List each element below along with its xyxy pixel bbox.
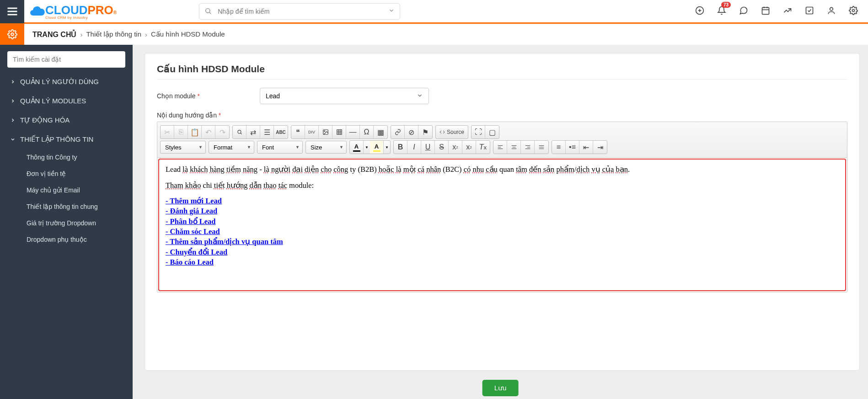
bell-icon[interactable]: 73	[717, 6, 726, 17]
svg-point-14	[852, 9, 855, 11]
config-card: Cấu hình HDSD Module Chọn module * Lead …	[145, 53, 860, 371]
sidebar-section[interactable]: QUẢN LÝ NGƯỜI DÙNG	[0, 72, 133, 91]
editor-link[interactable]: - Chăm sóc Lead	[166, 227, 220, 236]
chart-icon[interactable]	[783, 6, 792, 17]
align-center-icon[interactable]	[507, 141, 521, 154]
calendar-icon[interactable]	[761, 6, 770, 17]
global-search-input[interactable]	[199, 3, 400, 20]
editor-content[interactable]: Lead là khách hàng tiềm năng - là người …	[158, 159, 846, 291]
align-left-icon[interactable]	[493, 141, 507, 154]
svg-rect-8	[762, 7, 769, 14]
indent-icon[interactable]: ⇥	[593, 141, 607, 154]
align-right-icon[interactable]	[521, 141, 535, 154]
superscript-icon[interactable]: x2	[462, 141, 476, 154]
svg-line-4	[209, 12, 211, 14]
sidebar-subitem[interactable]: Dropdown phụ thuộc	[0, 231, 133, 248]
anchor-icon[interactable]: ⚑	[418, 126, 432, 138]
source-button[interactable]: Source	[436, 126, 468, 138]
editor-link[interactable]: - Chuyển đổi Lead	[166, 248, 227, 256]
spellcheck-icon[interactable]: ABC	[274, 126, 288, 138]
hr-icon[interactable]: ―	[346, 126, 360, 138]
svg-point-15	[11, 33, 14, 36]
svg-rect-12	[806, 7, 813, 14]
logo[interactable]: CLOUDPRO® Cloud CRM by Industry	[24, 3, 121, 20]
size-combo[interactable]: Size▼	[305, 141, 347, 154]
sidebar-section[interactable]: QUẢN LÝ MODULES	[0, 91, 133, 111]
breadcrumb-level1[interactable]: Thiết lập thông tin	[86, 30, 141, 38]
chevron-icon	[10, 137, 16, 142]
chevron-down-icon[interactable]: ▼	[384, 141, 390, 154]
editor-link[interactable]: - Đánh giá Lead	[166, 207, 217, 215]
gear-icon[interactable]	[849, 6, 858, 17]
hamburger-menu[interactable]	[0, 0, 24, 23]
breadcrumb-bar: TRANG CHỦ › Thiết lập thông tin › Cấu hì…	[0, 24, 868, 45]
chevron-icon	[10, 117, 16, 123]
replace-icon[interactable]: ⇄	[246, 126, 260, 138]
image-icon[interactable]	[319, 126, 332, 138]
table-icon[interactable]	[332, 126, 346, 138]
text-color-button[interactable]: A	[350, 141, 364, 154]
breadcrumb-home[interactable]: TRANG CHỦ	[32, 30, 76, 39]
cut-icon[interactable]: ✂	[161, 126, 174, 138]
iframe-icon[interactable]: ▦	[374, 126, 387, 138]
showblocks-icon[interactable]: ▢	[485, 126, 499, 138]
sidebar-section-label: THIẾT LẬP THÔNG TIN	[20, 135, 93, 144]
svg-rect-20	[337, 130, 342, 135]
maximize-icon[interactable]: ⛶	[472, 126, 485, 138]
settings-gear-icon[interactable]	[0, 24, 24, 45]
quote-icon[interactable]: ❝	[291, 126, 305, 138]
chevron-down-icon	[417, 92, 423, 100]
chevron-down-icon[interactable]	[388, 7, 395, 16]
sidebar-subitem[interactable]: Thiết lập thông tin chung	[0, 198, 133, 215]
chevron-down-icon[interactable]: ▼	[364, 141, 370, 154]
plus-icon[interactable]	[695, 6, 704, 17]
paste-icon[interactable]: 📋	[188, 126, 202, 138]
undo-icon[interactable]: ↶	[202, 126, 215, 138]
top-icon-row: 73	[695, 6, 868, 17]
sidebar-subitem[interactable]: Giá trị trường Dropdown	[0, 215, 133, 231]
bullet-list-icon[interactable]: •≡	[566, 141, 579, 154]
sidebar-subitem[interactable]: Đơn vị tiền tệ	[0, 165, 133, 182]
bg-color-button[interactable]: A	[370, 141, 384, 154]
sidebar-section[interactable]: THIẾT LẬP THÔNG TIN	[0, 130, 133, 149]
editor-link[interactable]: - Phân bổ Lead	[166, 217, 215, 226]
font-combo[interactable]: Font▼	[257, 141, 303, 154]
module-label: Chọn module *	[157, 92, 260, 100]
top-bar: CLOUDPRO® Cloud CRM by Industry 73	[0, 0, 868, 24]
sidebar-section[interactable]: TỰ ĐỘNG HÓA	[0, 111, 133, 130]
module-select[interactable]: Lead	[260, 88, 429, 104]
settings-search-input[interactable]	[7, 51, 125, 68]
div-icon[interactable]: DIV	[305, 126, 319, 138]
redo-icon[interactable]: ↷	[215, 126, 229, 138]
format-combo[interactable]: Format▼	[209, 141, 254, 154]
chat-icon[interactable]	[739, 6, 748, 17]
underline-icon[interactable]: U	[421, 141, 435, 154]
link-icon[interactable]	[391, 126, 405, 138]
numbered-list-icon[interactable]: ≡	[552, 141, 566, 154]
find-icon[interactable]	[233, 126, 246, 138]
copy-icon[interactable]: ⎘	[174, 126, 188, 138]
remove-format-icon[interactable]: Tx	[476, 141, 490, 154]
rich-text-editor: ✂ ⎘ 📋 ↶ ↷ ⇄ ☰ ABC ❝	[157, 122, 847, 293]
sidebar-subitem[interactable]: Máy chủ gửi Email	[0, 182, 133, 198]
user-icon[interactable]	[827, 6, 836, 17]
unlink-icon[interactable]: ⊘	[405, 126, 418, 138]
align-justify-icon[interactable]	[535, 141, 548, 154]
outdent-icon[interactable]: ⇤	[579, 141, 593, 154]
editor-link[interactable]: - Thêm mới Lead	[166, 197, 222, 205]
check-icon[interactable]	[805, 6, 814, 17]
italic-icon[interactable]: I	[407, 141, 421, 154]
bold-icon[interactable]: B	[394, 141, 407, 154]
styles-combo[interactable]: Styles▼	[160, 141, 206, 154]
special-char-icon[interactable]: Ω	[360, 126, 374, 138]
sidebar-section-label: QUẢN LÝ MODULES	[20, 97, 86, 105]
page-title: Cấu hình HDSD Module	[157, 64, 847, 74]
save-button[interactable]: Lưu	[482, 380, 519, 396]
editor-link[interactable]: - Báo cáo Lead	[166, 258, 214, 266]
subscript-icon[interactable]: x2	[449, 141, 462, 154]
strike-icon[interactable]: S	[435, 141, 449, 154]
module-select-value: Lead	[266, 92, 280, 100]
selectall-icon[interactable]: ☰	[260, 126, 274, 138]
editor-link[interactable]: - Thêm sản phẩm/dịch vụ quan tâm	[166, 237, 283, 246]
sidebar-subitem[interactable]: Thông tin Công ty	[0, 149, 133, 165]
